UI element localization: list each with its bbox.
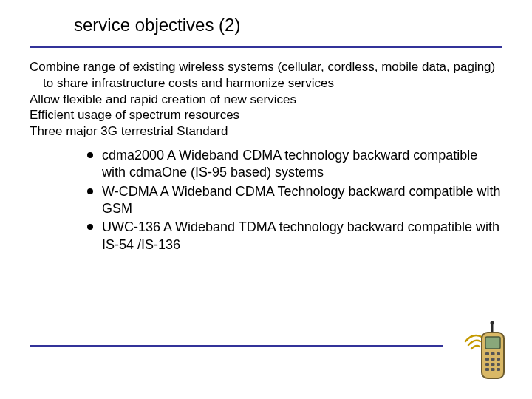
- svg-rect-4: [485, 352, 489, 355]
- slide-title: service objectives (2): [74, 15, 240, 35]
- svg-point-1: [491, 321, 494, 325]
- svg-rect-5: [491, 352, 495, 355]
- svg-rect-14: [491, 368, 495, 371]
- paragraph: Allow flexible and rapid creation of new…: [30, 92, 502, 108]
- svg-rect-6: [497, 352, 500, 355]
- svg-rect-11: [491, 363, 495, 366]
- mobile-phone-icon: [460, 319, 511, 386]
- body-text: Combine range of existing wireless syste…: [30, 59, 502, 255]
- svg-rect-8: [491, 358, 495, 361]
- list-item: cdma2000 A Wideband CDMA technology back…: [87, 147, 502, 182]
- svg-rect-3: [485, 337, 500, 349]
- slide: service objectives (2) Combine range of …: [0, 0, 532, 399]
- svg-rect-12: [497, 363, 500, 366]
- svg-rect-10: [485, 363, 489, 366]
- paragraph: Three major 3G terrestrial Standard: [30, 123, 502, 140]
- title-divider: [30, 46, 502, 48]
- paragraph: Combine range of existing wireless syste…: [30, 59, 502, 92]
- paragraph: Efficient usage of spectrum resources: [30, 107, 502, 123]
- list-item: UWC-136 A Wideband TDMA technology backw…: [87, 219, 502, 253]
- footer-divider: [30, 345, 443, 347]
- svg-rect-7: [485, 358, 489, 361]
- svg-rect-9: [497, 358, 500, 361]
- svg-rect-15: [497, 368, 500, 371]
- bullet-list: cdma2000 A Wideband CDMA technology back…: [30, 147, 502, 253]
- svg-rect-13: [485, 368, 489, 371]
- list-item: W-CDMA A Wideband CDMA Technology backwa…: [87, 183, 502, 218]
